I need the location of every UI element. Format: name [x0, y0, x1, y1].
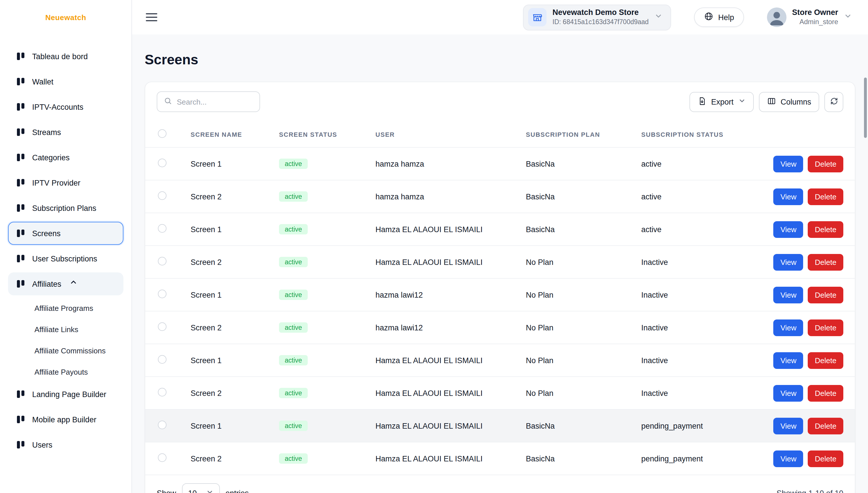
- delete-button[interactable]: Delete: [808, 319, 843, 336]
- delete-button[interactable]: Delete: [808, 188, 843, 205]
- grid-icon: [16, 128, 25, 137]
- table-row: Screen 2 active hamza hamza BasicNa acti…: [145, 180, 855, 213]
- delete-button[interactable]: Delete: [808, 155, 843, 172]
- search-input[interactable]: [177, 98, 253, 106]
- menu-icon[interactable]: [146, 13, 157, 21]
- delete-button[interactable]: Delete: [808, 254, 843, 270]
- sidebar-subitem-affiliate-payouts[interactable]: Affiliate Payouts: [8, 361, 123, 382]
- sidebar-item-tableau-de-bord[interactable]: Tableau de bord: [8, 45, 123, 68]
- sidebar-item-streams[interactable]: Streams: [8, 121, 123, 144]
- grid-icon: [16, 178, 25, 187]
- delete-button[interactable]: Delete: [808, 385, 843, 401]
- grid-icon: [16, 254, 25, 263]
- view-button[interactable]: View: [774, 385, 803, 401]
- sidebar-item-users[interactable]: Users: [8, 433, 123, 456]
- plan-cell: No Plan: [526, 389, 641, 397]
- subscription-status-cell: active: [641, 159, 774, 168]
- page-content: Screens Expo: [132, 35, 868, 493]
- delete-button[interactable]: Delete: [808, 417, 843, 434]
- screen-status-badge: active: [279, 388, 308, 398]
- sidebar-item-categories[interactable]: Categories: [8, 146, 123, 169]
- search-icon: [164, 96, 172, 107]
- delete-button[interactable]: Delete: [808, 352, 843, 369]
- row-checkbox[interactable]: [158, 421, 166, 429]
- delete-button[interactable]: Delete: [808, 286, 843, 303]
- sidebar-item-landing-page-builder[interactable]: Landing Page Builder: [8, 383, 123, 406]
- subscription-status-cell: Inactive: [641, 258, 774, 266]
- user-cell: hazma lawi12: [375, 291, 526, 299]
- row-checkbox[interactable]: [158, 191, 166, 200]
- table-row: Screen 1 active Hamza EL ALAOUI EL ISMAI…: [145, 344, 855, 377]
- table-row: Screen 1 active Hamza EL ALAOUI EL ISMAI…: [145, 410, 855, 443]
- view-button[interactable]: View: [774, 450, 803, 467]
- view-button[interactable]: View: [774, 155, 803, 172]
- view-button[interactable]: View: [774, 188, 803, 205]
- table-row: Screen 1 active hamza hamza BasicNa acti…: [145, 148, 855, 180]
- row-checkbox[interactable]: [158, 453, 166, 462]
- sidebar-item-screens[interactable]: Screens: [8, 222, 123, 245]
- sidebar-subitem-affiliate-links[interactable]: Affiliate Links: [8, 319, 123, 340]
- screen-status-badge: active: [279, 421, 308, 431]
- view-button[interactable]: View: [774, 352, 803, 369]
- row-checkbox[interactable]: [158, 388, 166, 396]
- columns-icon: [767, 96, 776, 107]
- search-box: [157, 91, 260, 112]
- grid-icon: [16, 229, 25, 238]
- grid-icon: [16, 52, 25, 61]
- user-cell: Hamza EL ALAOUI EL ISMAILI: [375, 422, 526, 430]
- page-size-select[interactable]: 10: [182, 483, 220, 493]
- sidebar-item-iptv-accounts[interactable]: IPTV-Accounts: [8, 95, 123, 119]
- sidebar-item-wallet[interactable]: Wallet: [8, 70, 123, 93]
- chevron-down-icon: [738, 97, 746, 106]
- brand-logo: Neuewatch: [0, 0, 132, 35]
- profile-menu[interactable]: Store Owner Admin_store: [767, 7, 852, 27]
- sidebar-item-user-subscriptions[interactable]: User Subscriptions: [8, 247, 123, 270]
- view-button[interactable]: View: [774, 417, 803, 434]
- sidebar-item-iptv-provider[interactable]: IPTV Provider: [8, 171, 123, 194]
- plan-cell: No Plan: [526, 291, 641, 299]
- plan-cell: BasicNa: [526, 159, 641, 168]
- screen-status-badge: active: [279, 257, 308, 267]
- sidebar-subitem-affiliate-commissions[interactable]: Affiliate Commissions: [8, 340, 123, 361]
- screen-name-cell: Screen 2: [190, 323, 279, 332]
- store-selector[interactable]: Nevewatch Demo Store ID: 68415a1c163d347…: [523, 4, 671, 30]
- plan-cell: No Plan: [526, 356, 641, 365]
- sidebar-item-affiliates[interactable]: Affiliates: [8, 272, 123, 295]
- select-all-checkbox[interactable]: [158, 129, 166, 138]
- table-toolbar: Export Columns: [145, 82, 855, 121]
- profile-role: Admin_store: [792, 18, 838, 27]
- export-button[interactable]: Export: [689, 92, 753, 112]
- scrollbar-thumb[interactable]: [864, 78, 867, 138]
- view-button[interactable]: View: [774, 319, 803, 336]
- col-header-user: USER: [375, 131, 526, 137]
- sidebar-item-mobile-app-builder[interactable]: Mobile app Builder: [8, 408, 123, 431]
- row-checkbox[interactable]: [158, 224, 166, 233]
- col-header-subscription-plan: SUBSCRIPTION PLAN: [526, 131, 641, 137]
- view-button[interactable]: View: [774, 221, 803, 238]
- row-checkbox[interactable]: [158, 158, 166, 167]
- table-body: Screen 1 active hamza hamza BasicNa acti…: [145, 148, 855, 475]
- row-checkbox[interactable]: [158, 257, 166, 265]
- delete-button[interactable]: Delete: [808, 450, 843, 467]
- sidebar-subitem-affiliate-programs[interactable]: Affiliate Programs: [8, 298, 123, 318]
- row-checkbox[interactable]: [158, 322, 166, 331]
- delete-button[interactable]: Delete: [808, 221, 843, 238]
- screen-status-badge: active: [279, 453, 308, 464]
- columns-button[interactable]: Columns: [759, 92, 819, 112]
- row-checkbox[interactable]: [158, 290, 166, 298]
- view-button[interactable]: View: [774, 286, 803, 303]
- row-checkbox[interactable]: [158, 355, 166, 364]
- entries-label: entries: [226, 489, 249, 493]
- screen-name-cell: Screen 1: [190, 356, 279, 365]
- user-cell: hazma lawi12: [375, 323, 526, 332]
- storefront-icon: [528, 8, 547, 26]
- help-button[interactable]: Help: [694, 7, 744, 27]
- grid-icon: [16, 415, 25, 424]
- export-icon: [697, 96, 706, 107]
- chevron-down-icon: [844, 12, 852, 22]
- refresh-button[interactable]: [824, 92, 843, 112]
- sidebar-item-subscription-plans[interactable]: Subscription Plans: [8, 196, 123, 219]
- table-row: Screen 2 active Hamza EL ALAOUI EL ISMAI…: [145, 377, 855, 410]
- avatar: [767, 7, 786, 27]
- view-button[interactable]: View: [774, 254, 803, 270]
